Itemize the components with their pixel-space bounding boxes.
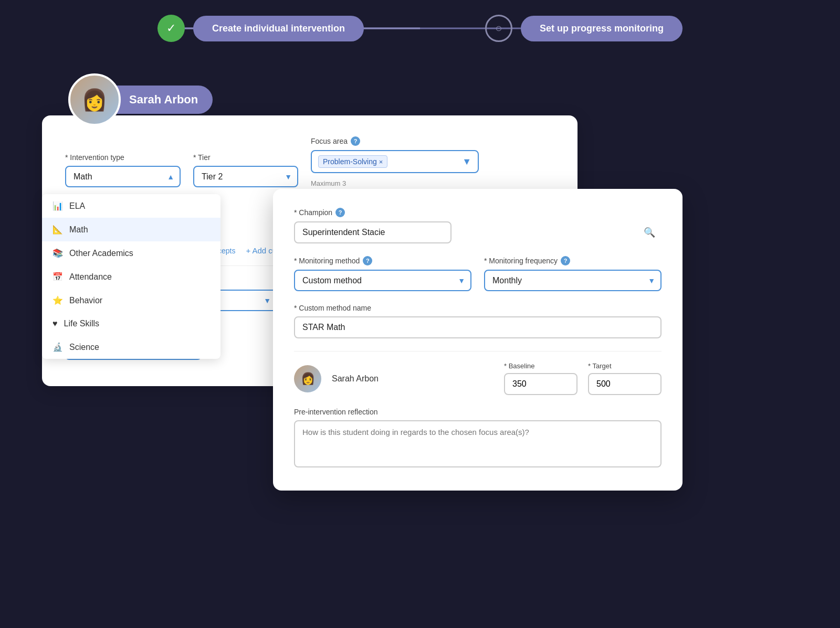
- dropdown-item-ela[interactable]: 📊 ELA: [42, 194, 220, 218]
- dropdown-item-science[interactable]: 🔬 Science: [42, 335, 220, 359]
- custom-method-name-input[interactable]: [294, 316, 662, 338]
- life-skills-label: Life Skills: [64, 319, 100, 328]
- custom-method-name-group: * Custom method name: [294, 304, 662, 338]
- dropdown-item-behavior[interactable]: ⭐ Behavior: [42, 289, 220, 312]
- tier-select[interactable]: Tier 2 Tier 1 Tier 3: [193, 166, 298, 187]
- custom-method-name-label: * Custom method name: [294, 304, 662, 312]
- champion-search-wrapper: 🔍: [294, 221, 662, 243]
- baseline-input[interactable]: [504, 373, 578, 395]
- dropdown-item-math[interactable]: 📐 Math: [42, 218, 220, 241]
- monitoring-frequency-help-icon[interactable]: ?: [561, 256, 570, 265]
- focus-area-tag-close[interactable]: ×: [379, 158, 383, 166]
- life-skills-icon: ♥: [52, 319, 58, 328]
- ela-label: ELA: [69, 201, 85, 211]
- intervention-type-select[interactable]: Math ELA: [65, 166, 181, 187]
- pre-intervention-textarea[interactable]: [294, 420, 662, 467]
- attendance-icon: 📅: [52, 272, 63, 282]
- ela-icon: 📊: [52, 201, 63, 211]
- behavior-label: Behavior: [69, 296, 102, 305]
- progress-bar: ✓ Create individual intervention ○ Set u…: [0, 15, 840, 42]
- form-row-1: * Intervention type Math ELA ▲ * Tier Ti…: [65, 136, 554, 187]
- student-baseline-row: 👩 Sarah Arbon * Baseline * Target: [294, 362, 662, 395]
- step2-circle: ○: [485, 15, 512, 42]
- step2-label[interactable]: Set up progress monitoring: [521, 16, 682, 41]
- step2-group: ○ Set up progress monitoring: [485, 15, 682, 42]
- dropdown-item-other-academics[interactable]: 📚 Other Academics: [42, 241, 220, 265]
- tier-select-wrapper: Tier 2 Tier 1 Tier 3 ▼: [193, 166, 298, 187]
- behavior-icon: ⭐: [52, 295, 63, 305]
- student-mini-name: Sarah Arbon: [332, 374, 494, 384]
- intervention-type-label: * Intervention type: [65, 153, 181, 162]
- champion-label: * Champion ?: [294, 208, 662, 217]
- baseline-label: * Baseline: [504, 362, 578, 370]
- focus-area-help-icon[interactable]: ?: [351, 136, 360, 146]
- pre-intervention-group: Pre-intervention reflection: [294, 408, 662, 467]
- tier-label: * Tier: [193, 153, 298, 162]
- focus-area-max: Maximum 3: [311, 179, 479, 187]
- student-card: 👩 Sarah Arbon: [68, 73, 213, 126]
- attendance-label: Attendance: [69, 272, 112, 282]
- target-label: * Target: [588, 362, 662, 370]
- other-academics-icon: 📚: [52, 248, 63, 258]
- champion-group: * Champion ? 🔍: [294, 208, 662, 243]
- step1-group: ✓ Create individual intervention: [158, 15, 364, 42]
- avatar: 👩: [68, 73, 121, 126]
- focus-area-tag: Problem-Solving ×: [318, 155, 387, 168]
- pre-intervention-label: Pre-intervention reflection: [294, 408, 662, 416]
- target-group: * Target: [588, 362, 662, 395]
- tier-group: * Tier Tier 2 Tier 1 Tier 3 ▼: [193, 153, 298, 187]
- monitoring-frequency-group: * Monitoring frequency ? Monthly ▼: [484, 256, 662, 291]
- champion-help-icon[interactable]: ?: [335, 208, 345, 217]
- monitoring-frequency-label: * Monitoring frequency ?: [484, 256, 662, 265]
- step1-circle: ✓: [158, 15, 185, 42]
- focus-area-group: Focus area ? Problem-Solving × ▼ Maximum…: [311, 136, 479, 187]
- champion-search-icon: 🔍: [644, 227, 655, 238]
- other-academics-label: Other Academics: [69, 249, 133, 258]
- monitoring-method-wrapper: Custom method ▼: [294, 270, 471, 291]
- science-icon: 🔬: [52, 342, 63, 352]
- dropdown-item-life-skills[interactable]: ♥ Life Skills: [42, 312, 220, 335]
- student-mini-avatar: 👩: [294, 365, 321, 392]
- monitoring-method-row: * Monitoring method ? Custom method ▼ * …: [294, 256, 662, 291]
- focus-area-input[interactable]: Problem-Solving × ▼: [311, 150, 479, 173]
- target-input[interactable]: [588, 373, 662, 395]
- dropdown-item-attendance[interactable]: 📅 Attendance: [42, 265, 220, 289]
- intervention-type-group: * Intervention type Math ELA ▲: [65, 153, 181, 187]
- science-label: Science: [69, 343, 99, 352]
- step1-label[interactable]: Create individual intervention: [193, 16, 364, 41]
- monitoring-method-help-icon[interactable]: ?: [363, 256, 372, 265]
- monitoring-method-select[interactable]: Custom method: [294, 270, 471, 291]
- intervention-type-select-wrapper: Math ELA ▲: [65, 166, 181, 187]
- intervention-type-dropdown: 📊 ELA 📐 Math 📚 Other Academics 📅 Attenda…: [42, 194, 220, 359]
- math-icon: 📐: [52, 225, 63, 235]
- focus-area-arrow[interactable]: ▼: [462, 156, 471, 167]
- champion-input[interactable]: [294, 221, 452, 243]
- monitoring-divider: [294, 351, 662, 352]
- focus-area-label: Focus area ?: [311, 136, 479, 146]
- math-label: Math: [69, 225, 88, 235]
- monitoring-frequency-select[interactable]: Monthly: [484, 270, 662, 291]
- baseline-group: * Baseline: [504, 362, 578, 395]
- monitoring-method-group: * Monitoring method ? Custom method ▼: [294, 256, 471, 291]
- monitoring-form-card: * Champion ? 🔍 * Monitoring method ? Cus…: [273, 189, 682, 491]
- monitoring-method-label: * Monitoring method ?: [294, 256, 471, 265]
- monitoring-frequency-wrapper: Monthly ▼: [484, 270, 662, 291]
